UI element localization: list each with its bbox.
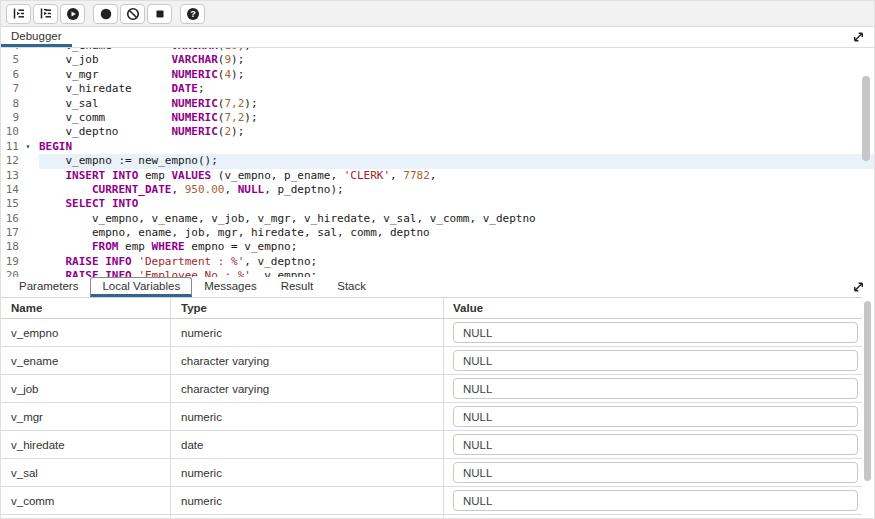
tab-messages[interactable]: Messages	[192, 277, 268, 297]
variable-type-cell[interactable]	[171, 515, 444, 519]
fold-gutter-spacer	[19, 154, 37, 168]
code-line-20[interactable]: 20 RAISE INFO 'Employee No : %', v_empno…	[1, 269, 874, 277]
variable-value-input[interactable]	[453, 462, 858, 483]
continue-button[interactable]	[60, 4, 85, 24]
clear-all-breakpoints-button[interactable]	[120, 4, 145, 24]
line-number: 17	[1, 226, 19, 240]
stop-button[interactable]	[147, 4, 172, 24]
line-number: 19	[1, 255, 19, 269]
column-header-name[interactable]: Name	[1, 298, 171, 318]
line-gutter[interactable]: 13	[1, 169, 39, 183]
panel-expand-button[interactable]	[852, 281, 865, 294]
line-gutter[interactable]: 7	[1, 82, 39, 96]
variable-value-input[interactable]	[453, 406, 858, 427]
line-number: 8	[1, 97, 19, 111]
variable-type-cell[interactable]: character varying	[171, 375, 444, 402]
line-gutter[interactable]: 18	[1, 240, 39, 254]
variable-type-cell[interactable]: numeric	[171, 487, 444, 514]
variables-table: Name Type Value v_empnonumericv_enamecha…	[1, 297, 862, 519]
code-editor[interactable]: 4 v_ename VARCHAR(10);5 v_job VARCHAR(9)…	[1, 48, 874, 277]
code-line-5[interactable]: 5 v_job VARCHAR(9);	[1, 53, 874, 67]
code-line-15[interactable]: 15 SELECT INTO	[1, 197, 874, 211]
line-number: 9	[1, 111, 19, 125]
step-over-button[interactable]	[33, 4, 58, 24]
code-text: v_job VARCHAR(9);	[39, 53, 874, 67]
tab-result[interactable]: Result	[269, 277, 326, 297]
variable-type-cell[interactable]: numeric	[171, 459, 444, 486]
expand-icon	[852, 282, 865, 297]
debugger-window: ? Debugger 4 v_ename VARCHAR(10);5 v_job…	[0, 0, 875, 519]
line-gutter[interactable]: 10	[1, 125, 39, 139]
breakpoint-circle-icon	[99, 7, 113, 21]
editor-expand-button[interactable]	[852, 31, 865, 44]
code-line-16[interactable]: 16 v_empno, v_ename, v_job, v_mgr, v_hir…	[1, 212, 874, 226]
line-gutter[interactable]: 17	[1, 226, 39, 240]
line-gutter[interactable]: 19	[1, 255, 39, 269]
editor-scrollbar-thumb[interactable]	[862, 76, 870, 161]
code-line-14[interactable]: 14 CURRENT_DATE, 950.00, NULL, p_deptno)…	[1, 183, 874, 197]
table-scrollbar-thumb[interactable]	[864, 301, 871, 481]
line-gutter[interactable]: 12	[1, 154, 39, 168]
variable-name-cell[interactable]: v_ename	[1, 347, 171, 374]
code-line-19[interactable]: 19 RAISE INFO 'Department : %', v_deptno…	[1, 255, 874, 269]
fold-gutter-spacer	[19, 240, 37, 254]
variable-type-cell[interactable]: numeric	[171, 403, 444, 430]
column-header-type[interactable]: Type	[171, 298, 444, 318]
tab-local-variables[interactable]: Local Variables	[90, 277, 192, 297]
variable-value-cell	[444, 515, 862, 519]
variable-name-cell[interactable]: v_job	[1, 375, 171, 402]
variable-row-v_comm: v_commnumeric	[1, 487, 862, 515]
line-gutter[interactable]: 20	[1, 269, 39, 277]
line-gutter[interactable]: 14	[1, 183, 39, 197]
line-gutter[interactable]: 9	[1, 111, 39, 125]
variable-type-cell[interactable]: numeric	[171, 319, 444, 346]
variable-name-cell[interactable]: v_mgr	[1, 403, 171, 430]
code-line-12[interactable]: 12 v_empno := new_empno();	[1, 154, 874, 168]
code-line-10[interactable]: 10 v_deptno NUMERIC(2);	[1, 125, 874, 139]
variable-name-cell[interactable]	[1, 515, 171, 519]
code-line-9[interactable]: 9 v_comm NUMERIC(7,2);	[1, 111, 874, 125]
code-text: v_mgr NUMERIC(4);	[39, 68, 874, 82]
variable-type-cell[interactable]: date	[171, 431, 444, 458]
fold-gutter-spacer	[19, 255, 37, 269]
line-gutter[interactable]: 15	[1, 197, 39, 211]
variable-value-input[interactable]	[453, 490, 858, 511]
variable-name-cell[interactable]: v_hiredate	[1, 431, 171, 458]
step-into-button[interactable]	[6, 4, 31, 24]
help-button[interactable]: ?	[180, 4, 205, 24]
code-line-17[interactable]: 17 empno, ename, job, mgr, hiredate, sal…	[1, 226, 874, 240]
variable-value-input[interactable]	[453, 322, 858, 343]
document-tabbar: Debugger	[1, 27, 874, 48]
line-gutter[interactable]: 5	[1, 53, 39, 67]
code-line-11[interactable]: 11▾BEGIN	[1, 140, 874, 154]
tab-parameters[interactable]: Parameters	[7, 277, 90, 297]
code-line-6[interactable]: 6 v_mgr NUMERIC(4);	[1, 68, 874, 82]
code-line-7[interactable]: 7 v_hiredate DATE;	[1, 82, 874, 96]
line-gutter[interactable]: 8	[1, 97, 39, 111]
code-text: v_empno, v_ename, v_job, v_mgr, v_hireda…	[39, 212, 874, 226]
variable-type-cell[interactable]: character varying	[171, 347, 444, 374]
tab-stack[interactable]: Stack	[325, 277, 378, 297]
code-text: v_deptno NUMERIC(2);	[39, 125, 874, 139]
debug-toolbar: ?	[1, 1, 874, 27]
line-gutter[interactable]: 11▾	[1, 140, 39, 154]
code-line-8[interactable]: 8 v_sal NUMERIC(7,2);	[1, 97, 874, 111]
variable-name-cell[interactable]: v_empno	[1, 319, 171, 346]
line-number: 5	[1, 53, 19, 67]
column-header-value[interactable]: Value	[444, 298, 862, 318]
variable-name-cell[interactable]: v_comm	[1, 487, 171, 514]
step-into-icon	[12, 7, 26, 20]
line-number: 7	[1, 82, 19, 96]
code-line-18[interactable]: 18 FROM emp WHERE empno = v_empno;	[1, 240, 874, 254]
variable-value-input[interactable]	[453, 350, 858, 371]
toggle-breakpoint-button[interactable]	[93, 4, 118, 24]
tab-debugger[interactable]: Debugger	[1, 27, 72, 47]
variable-name-cell[interactable]: v_sal	[1, 459, 171, 486]
variable-value-input[interactable]	[453, 434, 858, 455]
line-gutter[interactable]: 16	[1, 212, 39, 226]
code-text: INSERT INTO emp VALUES (v_empno, p_ename…	[39, 169, 874, 183]
fold-arrow-icon[interactable]: ▾	[19, 140, 37, 154]
code-line-13[interactable]: 13 INSERT INTO emp VALUES (v_empno, p_en…	[1, 169, 874, 183]
variable-value-input[interactable]	[453, 378, 858, 399]
line-gutter[interactable]: 6	[1, 68, 39, 82]
